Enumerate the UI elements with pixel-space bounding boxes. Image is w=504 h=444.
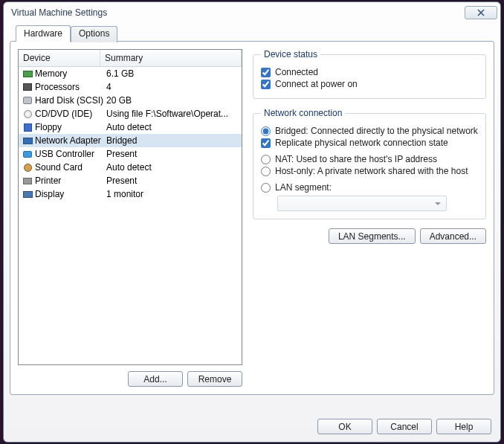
close-button[interactable] bbox=[465, 6, 497, 19]
device-name: Hard Disk (SCSI) bbox=[35, 95, 103, 106]
device-list-header: Device Summary bbox=[19, 50, 242, 67]
device-row[interactable]: Processors4 bbox=[19, 80, 242, 94]
device-name: CD/DVD (IDE) bbox=[35, 109, 103, 119]
device-list-body: Memory6.1 GBProcessors4Hard Disk (SCSI)2… bbox=[19, 67, 242, 201]
network-connection-group: Network connection Bridged: Connected di… bbox=[253, 108, 486, 219]
network-icon bbox=[22, 135, 33, 146]
help-button[interactable]: Help bbox=[436, 419, 491, 434]
device-summary: Bridged bbox=[103, 135, 239, 146]
device-name: Sound Card bbox=[35, 162, 103, 173]
bridged-label: Bridged: Connected directly to the physi… bbox=[275, 126, 478, 136]
sound-icon bbox=[22, 162, 33, 173]
processor-icon bbox=[22, 82, 33, 92]
device-name: Processors bbox=[35, 82, 103, 92]
dialog-footer: OK Cancel Help bbox=[317, 419, 491, 434]
replicate-checkbox-row[interactable]: Replicate physical network connection st… bbox=[261, 138, 478, 148]
nat-radio-row[interactable]: NAT: Used to share the host's IP address bbox=[261, 154, 478, 164]
connect-at-power-on-row[interactable]: Connect at power on bbox=[261, 79, 478, 89]
window-title: Virtual Machine Settings bbox=[11, 7, 465, 18]
device-summary: Auto detect bbox=[103, 162, 239, 173]
device-name: Display bbox=[35, 189, 103, 199]
add-button[interactable]: Add... bbox=[128, 371, 183, 387]
device-buttons: Add... Remove bbox=[18, 365, 242, 387]
cancel-button[interactable]: Cancel bbox=[377, 419, 432, 434]
column-header-device[interactable]: Device bbox=[19, 50, 100, 66]
tab-panel-hardware: Device Summary Memory6.1 GBProcessors4Ha… bbox=[10, 41, 494, 395]
connect-at-power-on-checkbox[interactable] bbox=[261, 80, 271, 89]
lan-segment-label: LAN segment: bbox=[275, 182, 332, 193]
device-summary: Present bbox=[103, 176, 239, 186]
bridged-radio-row[interactable]: Bridged: Connected directly to the physi… bbox=[261, 126, 478, 136]
lan-segment-radio[interactable] bbox=[261, 183, 271, 193]
tab-hardware[interactable]: Hardware bbox=[16, 25, 71, 42]
device-row[interactable]: Display1 monitor bbox=[19, 187, 242, 201]
settings-pane: Device status Connected Connect at power… bbox=[253, 49, 486, 387]
lan-segment-dropdown[interactable] bbox=[277, 196, 447, 211]
device-summary: Auto detect bbox=[103, 122, 239, 132]
device-pane: Device Summary Memory6.1 GBProcessors4Ha… bbox=[18, 49, 242, 387]
device-name: USB Controller bbox=[35, 149, 103, 159]
device-summary: Present bbox=[103, 149, 239, 159]
device-row[interactable]: Sound CardAuto detect bbox=[19, 161, 242, 174]
device-summary: 1 monitor bbox=[103, 189, 239, 199]
device-status-legend: Device status bbox=[261, 49, 320, 59]
connected-checkbox-row[interactable]: Connected bbox=[261, 67, 478, 77]
device-list[interactable]: Device Summary Memory6.1 GBProcessors4Ha… bbox=[18, 49, 242, 365]
harddisk-icon bbox=[22, 95, 33, 106]
nat-radio[interactable] bbox=[261, 155, 271, 164]
device-row[interactable]: CD/DVD (IDE)Using file F:\Software\Opera… bbox=[19, 107, 242, 120]
network-extra-buttons: LAN Segments... Advanced... bbox=[253, 228, 486, 244]
content-area: Hardware Options Device Summary Memory6.… bbox=[10, 25, 494, 411]
advanced-button[interactable]: Advanced... bbox=[420, 228, 486, 244]
device-row[interactable]: USB ControllerPresent bbox=[19, 147, 242, 161]
printer-icon bbox=[22, 176, 33, 186]
device-name: Floppy bbox=[35, 122, 103, 132]
tab-options[interactable]: Options bbox=[71, 26, 117, 42]
cd-icon bbox=[22, 109, 33, 119]
device-summary: 4 bbox=[103, 82, 239, 92]
host-only-radio[interactable] bbox=[261, 167, 271, 176]
device-row[interactable]: PrinterPresent bbox=[19, 174, 242, 187]
device-row[interactable]: FloppyAuto detect bbox=[19, 120, 242, 134]
ok-button[interactable]: OK bbox=[317, 419, 372, 434]
lan-segment-radio-row[interactable]: LAN segment: bbox=[261, 182, 478, 193]
host-only-radio-row[interactable]: Host-only: A private network shared with… bbox=[261, 166, 478, 176]
device-row[interactable]: Memory6.1 GB bbox=[19, 67, 242, 80]
column-header-summary[interactable]: Summary bbox=[100, 50, 242, 66]
device-name: Printer bbox=[35, 176, 103, 186]
usb-icon bbox=[22, 149, 33, 159]
connected-label: Connected bbox=[275, 67, 318, 77]
device-name: Memory bbox=[35, 68, 103, 79]
replicate-checkbox[interactable] bbox=[261, 138, 271, 148]
device-summary: 20 GB bbox=[103, 95, 239, 106]
tab-strip: Hardware Options bbox=[16, 25, 494, 41]
memory-icon bbox=[22, 68, 33, 79]
display-icon bbox=[22, 189, 33, 199]
bridged-radio[interactable] bbox=[261, 126, 271, 136]
vm-settings-window: Virtual Machine Settings Hardware Option… bbox=[3, 1, 501, 443]
device-summary: Using file F:\Software\Operat... bbox=[103, 109, 239, 119]
lan-segments-button[interactable]: LAN Segments... bbox=[329, 228, 416, 244]
floppy-icon bbox=[22, 122, 33, 132]
device-row[interactable]: Network AdapterBridged bbox=[19, 134, 242, 147]
device-row[interactable]: Hard Disk (SCSI)20 GB bbox=[19, 94, 242, 107]
replicate-label: Replicate physical network connection st… bbox=[275, 138, 448, 148]
host-only-label: Host-only: A private network shared with… bbox=[275, 166, 468, 176]
device-name: Network Adapter bbox=[35, 135, 103, 146]
nat-label: NAT: Used to share the host's IP address bbox=[275, 154, 437, 164]
close-icon bbox=[477, 9, 485, 16]
connect-at-power-on-label: Connect at power on bbox=[275, 79, 358, 89]
remove-button[interactable]: Remove bbox=[187, 371, 242, 387]
connected-checkbox[interactable] bbox=[261, 68, 271, 77]
network-connection-legend: Network connection bbox=[261, 108, 345, 118]
device-summary: 6.1 GB bbox=[103, 68, 239, 79]
titlebar: Virtual Machine Settings bbox=[4, 2, 500, 23]
device-status-group: Device status Connected Connect at power… bbox=[253, 49, 486, 99]
